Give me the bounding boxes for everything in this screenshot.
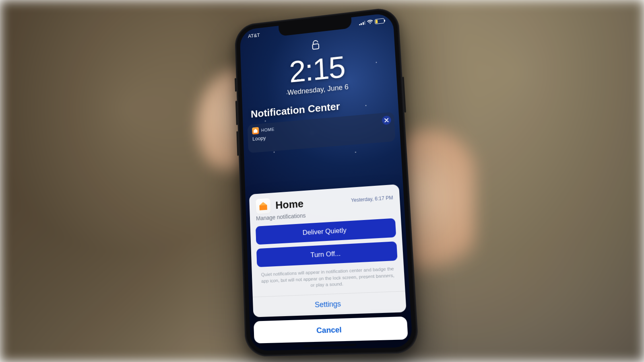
sheet-app-name: Home: [275, 197, 304, 212]
svg-rect-0: [312, 44, 319, 49]
turn-off-label: Turn Off...: [310, 250, 341, 259]
screen: AT&T 2:15 Wednesday, June 6 Notification…: [239, 12, 413, 351]
carrier-label: AT&T: [248, 32, 260, 39]
notification-app-label: HOME: [261, 127, 275, 132]
mute-switch: [235, 78, 237, 92]
manage-notifications-sheet: Home Yesterday, 6:17 PM Manage notificat…: [249, 184, 408, 343]
wifi-icon: [367, 19, 373, 25]
home-app-icon-small: [252, 127, 259, 135]
cellular-icon: [359, 21, 365, 25]
cancel-label: Cancel: [316, 325, 342, 335]
turn-off-button[interactable]: Turn Off...: [256, 241, 398, 267]
battery-icon: [375, 18, 384, 24]
deliver-quietly-label: Deliver Quietly: [302, 226, 347, 237]
sheet-card: Home Yesterday, 6:17 PM Manage notificat…: [249, 184, 407, 317]
unlock-icon: [312, 39, 320, 50]
sheet-timestamp: Yesterday, 6:17 PM: [351, 195, 393, 204]
settings-label: Settings: [315, 300, 341, 309]
volume-up: [235, 101, 238, 125]
dismiss-notification-button[interactable]: [382, 115, 391, 125]
cancel-button[interactable]: Cancel: [254, 317, 408, 343]
iphone-frame: AT&T 2:15 Wednesday, June 6 Notification…: [234, 6, 419, 357]
volume-down: [236, 131, 239, 156]
home-app-icon: [255, 198, 271, 215]
